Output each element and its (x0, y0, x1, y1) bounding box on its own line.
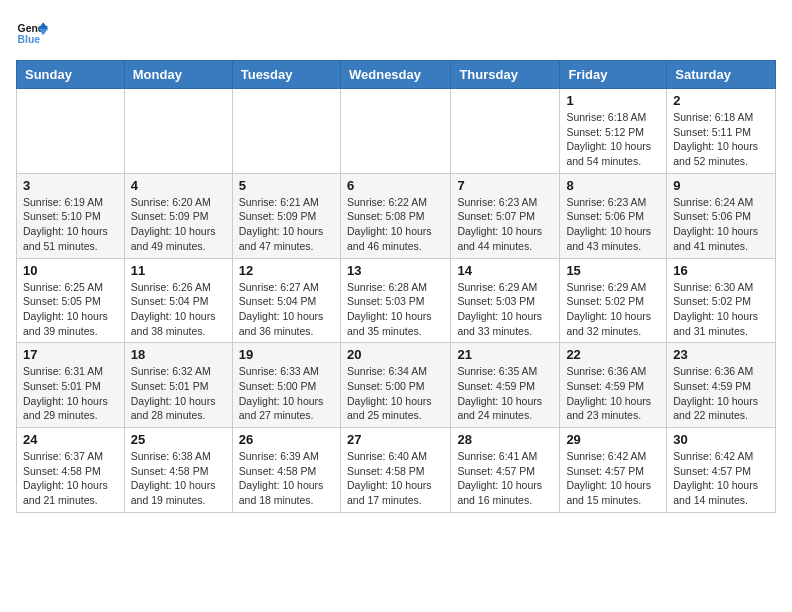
calendar-cell: 16Sunrise: 6:30 AMSunset: 5:02 PMDayligh… (667, 258, 776, 343)
day-info: Sunrise: 6:39 AMSunset: 4:58 PMDaylight:… (239, 449, 334, 508)
calendar-cell: 29Sunrise: 6:42 AMSunset: 4:57 PMDayligh… (560, 428, 667, 513)
calendar-table: SundayMondayTuesdayWednesdayThursdayFrid… (16, 60, 776, 513)
day-number: 27 (347, 432, 444, 447)
calendar-cell: 12Sunrise: 6:27 AMSunset: 5:04 PMDayligh… (232, 258, 340, 343)
logo-icon: General Blue (16, 16, 48, 48)
day-number: 20 (347, 347, 444, 362)
svg-text:Blue: Blue (18, 34, 41, 45)
day-info: Sunrise: 6:40 AMSunset: 4:58 PMDaylight:… (347, 449, 444, 508)
day-info: Sunrise: 6:30 AMSunset: 5:02 PMDaylight:… (673, 280, 769, 339)
day-number: 28 (457, 432, 553, 447)
day-info: Sunrise: 6:25 AMSunset: 5:05 PMDaylight:… (23, 280, 118, 339)
day-number: 13 (347, 263, 444, 278)
day-info: Sunrise: 6:37 AMSunset: 4:58 PMDaylight:… (23, 449, 118, 508)
logo: General Blue (16, 16, 52, 48)
calendar-cell: 21Sunrise: 6:35 AMSunset: 4:59 PMDayligh… (451, 343, 560, 428)
weekday-header: Saturday (667, 61, 776, 89)
day-info: Sunrise: 6:34 AMSunset: 5:00 PMDaylight:… (347, 364, 444, 423)
calendar-cell: 14Sunrise: 6:29 AMSunset: 5:03 PMDayligh… (451, 258, 560, 343)
day-number: 29 (566, 432, 660, 447)
weekday-header: Friday (560, 61, 667, 89)
day-info: Sunrise: 6:41 AMSunset: 4:57 PMDaylight:… (457, 449, 553, 508)
calendar-cell: 7Sunrise: 6:23 AMSunset: 5:07 PMDaylight… (451, 173, 560, 258)
day-info: Sunrise: 6:28 AMSunset: 5:03 PMDaylight:… (347, 280, 444, 339)
calendar-cell: 25Sunrise: 6:38 AMSunset: 4:58 PMDayligh… (124, 428, 232, 513)
calendar-cell: 30Sunrise: 6:42 AMSunset: 4:57 PMDayligh… (667, 428, 776, 513)
day-info: Sunrise: 6:32 AMSunset: 5:01 PMDaylight:… (131, 364, 226, 423)
day-info: Sunrise: 6:33 AMSunset: 5:00 PMDaylight:… (239, 364, 334, 423)
day-number: 26 (239, 432, 334, 447)
weekday-header: Sunday (17, 61, 125, 89)
day-number: 22 (566, 347, 660, 362)
day-number: 3 (23, 178, 118, 193)
calendar-cell: 26Sunrise: 6:39 AMSunset: 4:58 PMDayligh… (232, 428, 340, 513)
day-number: 16 (673, 263, 769, 278)
calendar-week-row: 1Sunrise: 6:18 AMSunset: 5:12 PMDaylight… (17, 89, 776, 174)
weekday-header: Tuesday (232, 61, 340, 89)
day-info: Sunrise: 6:23 AMSunset: 5:07 PMDaylight:… (457, 195, 553, 254)
day-number: 7 (457, 178, 553, 193)
day-info: Sunrise: 6:18 AMSunset: 5:12 PMDaylight:… (566, 110, 660, 169)
day-number: 14 (457, 263, 553, 278)
calendar-cell (232, 89, 340, 174)
weekday-header: Wednesday (340, 61, 450, 89)
day-info: Sunrise: 6:29 AMSunset: 5:02 PMDaylight:… (566, 280, 660, 339)
day-info: Sunrise: 6:36 AMSunset: 4:59 PMDaylight:… (673, 364, 769, 423)
calendar-cell: 20Sunrise: 6:34 AMSunset: 5:00 PMDayligh… (340, 343, 450, 428)
day-number: 9 (673, 178, 769, 193)
day-number: 17 (23, 347, 118, 362)
day-info: Sunrise: 6:29 AMSunset: 5:03 PMDaylight:… (457, 280, 553, 339)
calendar-header-row: SundayMondayTuesdayWednesdayThursdayFrid… (17, 61, 776, 89)
day-info: Sunrise: 6:42 AMSunset: 4:57 PMDaylight:… (566, 449, 660, 508)
day-info: Sunrise: 6:36 AMSunset: 4:59 PMDaylight:… (566, 364, 660, 423)
day-number: 24 (23, 432, 118, 447)
day-info: Sunrise: 6:31 AMSunset: 5:01 PMDaylight:… (23, 364, 118, 423)
day-info: Sunrise: 6:22 AMSunset: 5:08 PMDaylight:… (347, 195, 444, 254)
day-number: 8 (566, 178, 660, 193)
day-number: 25 (131, 432, 226, 447)
day-info: Sunrise: 6:24 AMSunset: 5:06 PMDaylight:… (673, 195, 769, 254)
day-number: 12 (239, 263, 334, 278)
day-number: 21 (457, 347, 553, 362)
day-info: Sunrise: 6:18 AMSunset: 5:11 PMDaylight:… (673, 110, 769, 169)
calendar-cell: 11Sunrise: 6:26 AMSunset: 5:04 PMDayligh… (124, 258, 232, 343)
calendar-cell: 5Sunrise: 6:21 AMSunset: 5:09 PMDaylight… (232, 173, 340, 258)
calendar-cell: 8Sunrise: 6:23 AMSunset: 5:06 PMDaylight… (560, 173, 667, 258)
day-info: Sunrise: 6:35 AMSunset: 4:59 PMDaylight:… (457, 364, 553, 423)
day-number: 4 (131, 178, 226, 193)
page-header: General Blue (16, 16, 776, 48)
calendar-week-row: 24Sunrise: 6:37 AMSunset: 4:58 PMDayligh… (17, 428, 776, 513)
calendar-cell: 17Sunrise: 6:31 AMSunset: 5:01 PMDayligh… (17, 343, 125, 428)
calendar-cell: 27Sunrise: 6:40 AMSunset: 4:58 PMDayligh… (340, 428, 450, 513)
day-number: 10 (23, 263, 118, 278)
day-info: Sunrise: 6:20 AMSunset: 5:09 PMDaylight:… (131, 195, 226, 254)
day-number: 19 (239, 347, 334, 362)
calendar-week-row: 3Sunrise: 6:19 AMSunset: 5:10 PMDaylight… (17, 173, 776, 258)
calendar-cell: 1Sunrise: 6:18 AMSunset: 5:12 PMDaylight… (560, 89, 667, 174)
calendar-cell: 23Sunrise: 6:36 AMSunset: 4:59 PMDayligh… (667, 343, 776, 428)
day-number: 1 (566, 93, 660, 108)
day-number: 15 (566, 263, 660, 278)
day-info: Sunrise: 6:26 AMSunset: 5:04 PMDaylight:… (131, 280, 226, 339)
calendar-cell: 22Sunrise: 6:36 AMSunset: 4:59 PMDayligh… (560, 343, 667, 428)
calendar-cell: 3Sunrise: 6:19 AMSunset: 5:10 PMDaylight… (17, 173, 125, 258)
day-info: Sunrise: 6:23 AMSunset: 5:06 PMDaylight:… (566, 195, 660, 254)
calendar-cell: 2Sunrise: 6:18 AMSunset: 5:11 PMDaylight… (667, 89, 776, 174)
weekday-header: Thursday (451, 61, 560, 89)
calendar-cell: 4Sunrise: 6:20 AMSunset: 5:09 PMDaylight… (124, 173, 232, 258)
calendar-cell (124, 89, 232, 174)
calendar-cell: 6Sunrise: 6:22 AMSunset: 5:08 PMDaylight… (340, 173, 450, 258)
day-number: 23 (673, 347, 769, 362)
calendar-cell: 28Sunrise: 6:41 AMSunset: 4:57 PMDayligh… (451, 428, 560, 513)
day-info: Sunrise: 6:27 AMSunset: 5:04 PMDaylight:… (239, 280, 334, 339)
day-number: 11 (131, 263, 226, 278)
calendar-cell: 19Sunrise: 6:33 AMSunset: 5:00 PMDayligh… (232, 343, 340, 428)
calendar-week-row: 17Sunrise: 6:31 AMSunset: 5:01 PMDayligh… (17, 343, 776, 428)
calendar-cell: 10Sunrise: 6:25 AMSunset: 5:05 PMDayligh… (17, 258, 125, 343)
weekday-header: Monday (124, 61, 232, 89)
calendar-cell (17, 89, 125, 174)
day-info: Sunrise: 6:19 AMSunset: 5:10 PMDaylight:… (23, 195, 118, 254)
day-number: 2 (673, 93, 769, 108)
day-number: 30 (673, 432, 769, 447)
calendar-cell: 18Sunrise: 6:32 AMSunset: 5:01 PMDayligh… (124, 343, 232, 428)
